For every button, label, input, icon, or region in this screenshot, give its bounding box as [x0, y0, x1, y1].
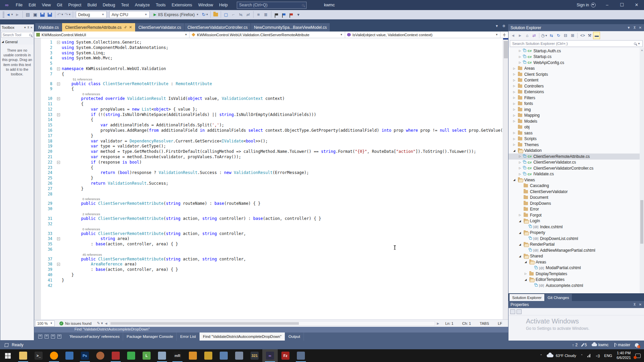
navigate-back-icon[interactable]: ◄▼ [6, 11, 13, 18]
tool-window-tab-output[interactable]: Output [285, 333, 304, 341]
git-outgoing-commits[interactable]: ↑ 2 [572, 343, 578, 347]
open-folder-icon[interactable] [212, 11, 219, 18]
menu-edit[interactable]: Edit [25, 0, 39, 10]
scrollbar-thumb[interactable] [640, 200, 643, 244]
expand-arrow-icon[interactable]: ▷ [513, 120, 518, 123]
expand-arrow-icon[interactable]: ◢ [525, 278, 529, 281]
action-center-icon[interactable] [635, 354, 641, 358]
comment-icon[interactable]: ≣ [263, 11, 269, 18]
tree-item-filters[interactable]: ▷Filters [508, 95, 644, 101]
close-icon[interactable]: ✕ [639, 303, 642, 306]
system-config-icon[interactable] [231, 349, 247, 362]
editor-horizontal-scrollbar[interactable] [109, 321, 435, 326]
pin-icon[interactable]: ⊼ [633, 26, 636, 29]
expand-arrow-icon[interactable]: ▷ [513, 67, 518, 70]
tree-item-document[interactable]: Document [508, 195, 644, 201]
tree-item-autocomplete-cshtml[interactable]: [@]Autocomplete.cshtml [508, 283, 644, 289]
git-branch[interactable]: master [613, 343, 630, 347]
panel-tab-git-changes[interactable]: Git Changes [545, 294, 572, 301]
hidden-icons-chevron[interactable]: ⌃ [540, 354, 542, 357]
undo-icon[interactable]: ↶▼ [57, 11, 64, 18]
sync-icon[interactable]: ↻ [555, 32, 561, 39]
menu-debug[interactable]: Debug [100, 0, 118, 10]
menu-analyze[interactable]: Analyze [132, 0, 153, 10]
back-icon[interactable]: ◄ [510, 32, 516, 39]
bookmark-flag-red-icon[interactable] [288, 11, 294, 18]
weather-widget[interactable]: 63°F Cloudy [547, 354, 576, 358]
tree-item-areas[interactable]: ▷Areas [508, 66, 644, 72]
chevron-down-icon[interactable]: ▼ [24, 26, 26, 29]
linked-edit-icon[interactable]: ⌐ [230, 11, 237, 18]
document-tab-clientservervalidator-cs[interactable]: ClientServerValidator.cs [136, 23, 184, 32]
new-project-icon[interactable]: ▤ [24, 11, 31, 18]
visual-studio-icon[interactable]: ∞ [262, 349, 278, 362]
photoshop-icon[interactable]: Ps [77, 349, 93, 362]
zoom-level-select[interactable]: 100 %▼ [35, 320, 55, 326]
backup-tool-icon[interactable] [108, 349, 123, 362]
split-window-handle[interactable]: ╪ [500, 32, 508, 38]
browser-preview-icon[interactable]: ▢ [223, 11, 229, 18]
menu-help[interactable]: Help [216, 0, 231, 10]
document-tab-clientserverremoteattribute-cs[interactable]: ClientServerRemoteAttribute.cs⊼✕ [62, 23, 135, 32]
tool-window-tab--resourcefactory-references[interactable]: 'ResourceFactory' references [66, 333, 123, 341]
menu-build[interactable]: Build [84, 0, 100, 10]
menu-git[interactable]: Git [54, 0, 65, 10]
format-align-icon[interactable]: ≒ [237, 11, 244, 18]
expand-arrow-icon[interactable]: ▷ [513, 143, 518, 146]
tree-item-img[interactable]: ▷img [508, 107, 644, 113]
pin-icon[interactable]: ⊼ [123, 25, 127, 29]
chevron-down-icon[interactable]: ▼ [627, 26, 630, 29]
tree-item-modalpartial-cshtml[interactable]: [@]ModalPartial.cshtml [508, 265, 644, 271]
preview-selected-items-icon[interactable]: ▬ [593, 32, 600, 39]
tree-item-mapping[interactable]: ▷Mapping [508, 113, 644, 119]
sync-with-active-document-icon[interactable]: ⇄ [531, 32, 537, 39]
pin-icon[interactable]: ⊼ [27, 26, 29, 29]
pin-icon[interactable]: ⊼ [633, 303, 636, 306]
expand-arrow-icon[interactable]: ◢ [519, 231, 524, 234]
fold-toggle-icon[interactable]: − [57, 161, 60, 164]
expand-arrow-icon[interactable]: ◢ [513, 178, 518, 181]
tool-window-tab-find-validatedistrictautocompletedropdown-[interactable]: Find "ValidateDistrictAutocompleteDropDo… [200, 333, 285, 341]
expand-arrow-icon[interactable]: ▷ [513, 114, 518, 117]
editor-vertical-scrollbar[interactable] [503, 38, 508, 319]
solution-configuration-select[interactable]: Debug▼ [76, 11, 107, 18]
menu-view[interactable]: View [39, 0, 54, 10]
menu-file[interactable]: File [13, 0, 25, 10]
tree-item-content[interactable]: ▷Content [508, 77, 644, 83]
tree-item-forgot[interactable]: ▷Forgot [508, 212, 644, 218]
save-icon[interactable] [39, 11, 46, 18]
project-dropdown[interactable]: KWMissionControl.WebUI ▼ [34, 32, 190, 38]
tree-item-login[interactable]: ◢LogIn [508, 218, 644, 224]
tree-item-error[interactable]: Error [508, 206, 644, 213]
tree-item-displaytemplates[interactable]: ▷DisplayTemplates [508, 271, 644, 277]
tree-item-shared[interactable]: ◢Shared [508, 253, 644, 259]
fold-toggle-icon[interactable]: − [57, 97, 60, 100]
tree-item-views[interactable]: ◢Views [508, 177, 644, 183]
tree-item-startup-cs[interactable]: ▷C#Startup.cs [508, 54, 644, 60]
close-button[interactable]: ✕ [629, 0, 644, 10]
expand-arrow-icon[interactable]: ◢ [519, 255, 524, 258]
scroll-right-icon[interactable]: ▶ [437, 322, 439, 325]
tree-item-obj[interactable]: obj [508, 124, 644, 130]
solution-platform-select[interactable]: Any CPU▼ [109, 11, 150, 18]
tool-window-icon[interactable] [57, 335, 61, 339]
notes-app-icon[interactable] [154, 349, 170, 362]
navigate-forward-icon[interactable]: ► [14, 11, 21, 18]
glyph-margin[interactable] [34, 38, 41, 319]
toolbox-search-input[interactable]: Search Tool [1, 32, 33, 38]
tab-list-dropdown-icon[interactable]: ▼ [495, 24, 498, 28]
start-debugging-button[interactable]: ▶ IIS Express (Firefox) ▼ [152, 11, 201, 18]
language-indicator[interactable]: ENG [604, 354, 612, 358]
expand-arrow-icon[interactable]: ▷ [513, 79, 518, 82]
refresh-icon[interactable]: ⇆ [548, 32, 554, 39]
user-settings-icon[interactable] [201, 349, 216, 362]
scroll-left-icon[interactable]: ◀ [105, 322, 107, 325]
tree-item-areas[interactable]: ◢Areas [508, 259, 644, 265]
app-window-icon[interactable] [293, 349, 309, 362]
git-repository[interactable]: kwmc [592, 343, 609, 347]
tool-window-icon[interactable] [38, 335, 42, 339]
tree-item-cascading[interactable]: Cascading [508, 183, 644, 189]
quick-search-input[interactable]: Search (Ctrl+Q) [237, 2, 307, 9]
video-tool-icon[interactable]: 321 [247, 349, 262, 362]
fold-toggle-icon[interactable]: − [57, 41, 60, 44]
